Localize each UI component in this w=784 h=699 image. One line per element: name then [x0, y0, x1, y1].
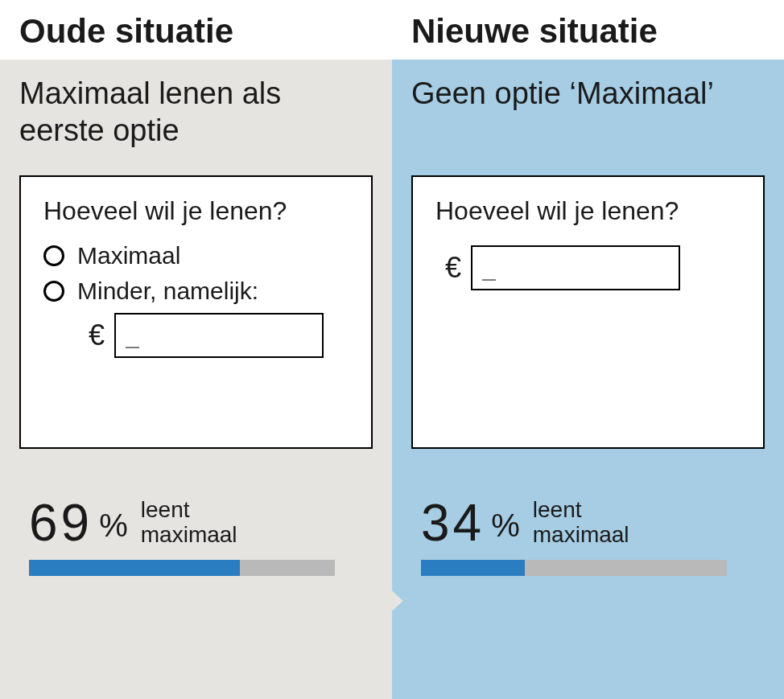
header-new: Nieuwe situatie [392, 0, 784, 60]
column-new-situation: Nieuwe situatie Geen optie ‘Maximaal’ Ho… [392, 0, 784, 699]
radio-row-less: Minder, namelijk: [43, 278, 349, 305]
mock-form-new: Hoeveel wil je lenen? € [411, 175, 765, 449]
progress-bar-fill-new [421, 560, 525, 576]
mock-question-old: Hoeveel wil je lenen? [43, 196, 349, 226]
stat-value-new: 34 [421, 497, 485, 549]
column-old-situation: Oude situatie Maximaal lenen als eerste … [0, 0, 392, 699]
subtitle-old: Maximaal lenen als eerste optie [19, 76, 373, 153]
mock-form-old: Hoeveel wil je lenen? Maximaal Minder, n… [19, 175, 373, 449]
mock-question-new: Hoeveel wil je lenen? [435, 196, 741, 226]
stat-row-new: 34 % leent maximaal [411, 497, 765, 549]
radio-icon[interactable] [43, 281, 64, 302]
amount-row-old: € [89, 313, 349, 358]
radio-row-max: Maximaal [43, 242, 349, 269]
radio-label-less: Minder, namelijk: [77, 278, 258, 305]
stat-label-line2: maximaal [533, 522, 629, 547]
subtitle-new: Geen optie ‘Maximaal’ [411, 76, 765, 153]
radio-icon[interactable] [43, 245, 64, 266]
progress-bar-old [29, 560, 335, 576]
body-old: Maximaal lenen als eerste optie Hoeveel … [0, 60, 392, 699]
percent-icon: % [491, 508, 520, 544]
amount-row-new: € [445, 245, 741, 290]
stat-value-old: 69 [29, 497, 93, 549]
stat-row-old: 69 % leent maximaal [19, 497, 373, 549]
amount-input-old[interactable] [114, 313, 324, 358]
stat-label-line2: maximaal [141, 522, 237, 547]
amount-input-new[interactable] [471, 245, 680, 290]
progress-bar-new [421, 560, 727, 576]
percent-icon: % [99, 508, 128, 544]
progress-bar-fill-old [29, 560, 240, 576]
radio-label-max: Maximaal [77, 242, 180, 269]
euro-icon: € [445, 251, 461, 285]
body-new: Geen optie ‘Maximaal’ Hoeveel wil je len… [392, 60, 784, 699]
stat-label-line1: leent [533, 497, 582, 522]
euro-icon: € [89, 319, 105, 352]
stat-label-line1: leent [141, 497, 190, 522]
arrow-icon [371, 572, 403, 630]
stat-label-old: leent maximaal [141, 498, 237, 548]
comparison-columns: Oude situatie Maximaal lenen als eerste … [0, 0, 784, 699]
stat-label-new: leent maximaal [533, 498, 629, 548]
header-old: Oude situatie [0, 0, 392, 60]
